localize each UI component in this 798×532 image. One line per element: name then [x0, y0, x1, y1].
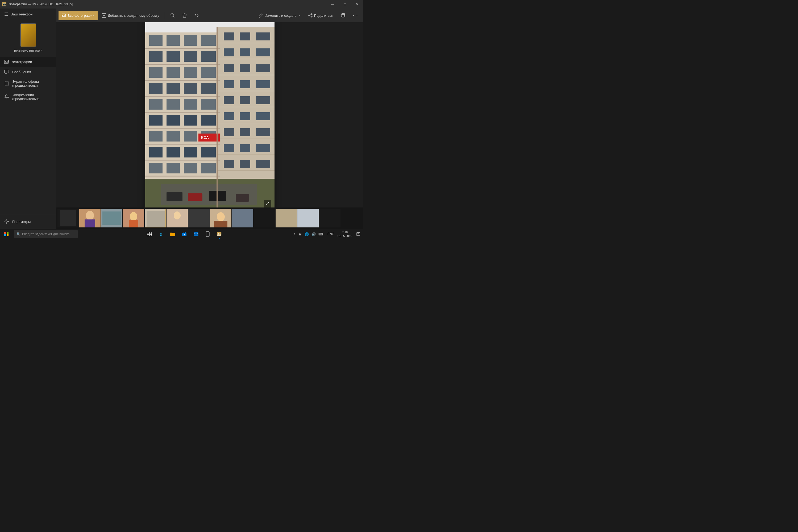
print-button[interactable] — [338, 11, 349, 20]
tray-input-icon[interactable]: ⌨ — [318, 232, 324, 237]
svg-rect-60 — [149, 67, 163, 78]
clock[interactable]: 7:18 01.05.2019 — [336, 230, 354, 238]
taskbar-edge[interactable]: e — [155, 229, 167, 240]
filmstrip-thumb-7[interactable] — [188, 209, 210, 227]
svg-rect-5 — [6, 85, 7, 86]
title-bar-left: 📷 Фотографии — IMG_20190501_1621093.jpg — [2, 2, 73, 6]
taskbar-explorer[interactable] — [167, 229, 178, 240]
filmstrip-thumb-10[interactable] — [254, 209, 275, 227]
filmstrip-thumb-11[interactable] — [276, 209, 297, 227]
svg-rect-86 — [184, 163, 197, 173]
sidebar-item-settings[interactable]: Параметры — [0, 216, 56, 227]
svg-rect-54 — [184, 35, 197, 46]
sidebar-item-photos[interactable]: Фотографии — [0, 57, 56, 67]
svg-rect-102 — [255, 96, 270, 104]
close-button[interactable]: ✕ — [351, 0, 363, 8]
filmstrip-thumb-6[interactable] — [167, 209, 188, 227]
add-to-object-label: Добавить к созданному объекту — [108, 14, 159, 18]
search-bar[interactable]: 🔍 Введите здесь текст для поиска — [14, 230, 78, 238]
svg-rect-2 — [4, 70, 9, 73]
svg-rect-52 — [149, 35, 163, 46]
svg-rect-68 — [149, 99, 163, 110]
tray-arrow-icon[interactable]: ∧ — [292, 232, 297, 237]
hamburger-icon[interactable]: ☰ — [4, 12, 8, 17]
clock-time: 7:18 — [342, 230, 348, 234]
svg-rect-107 — [240, 128, 250, 136]
svg-rect-81 — [167, 147, 180, 157]
delete-button[interactable] — [179, 11, 190, 20]
svg-rect-53 — [167, 35, 180, 46]
svg-rect-66 — [184, 83, 197, 94]
filmstrip-thumb-4[interactable] — [123, 209, 144, 227]
svg-rect-108 — [255, 128, 270, 136]
svg-line-24 — [310, 16, 311, 17]
taskbar-mail[interactable] — [190, 229, 202, 240]
svg-text:ЕСА: ЕСА — [201, 135, 209, 140]
svg-rect-55 — [201, 35, 216, 46]
filmstrip-thumb-13[interactable] — [319, 209, 341, 227]
svg-rect-109 — [224, 144, 234, 152]
sidebar-item-photos-label: Фотографии — [12, 60, 32, 64]
sidebar-nav: Фотографии Сообщения — [0, 57, 56, 214]
expand-button[interactable] — [264, 200, 271, 208]
title-bar-text: Фотографии — IMG_20190501_1621093.jpg — [8, 2, 73, 6]
svg-line-13 — [173, 16, 174, 17]
sidebar-item-screen[interactable]: Экран телефона (предварительн — [0, 77, 56, 90]
svg-rect-57 — [167, 51, 180, 62]
edit-create-button[interactable]: Изменить и создать — [255, 11, 304, 20]
svg-rect-135 — [147, 211, 165, 227]
taskbar-task-view[interactable] — [144, 229, 155, 240]
toolbar-separator-1 — [165, 12, 165, 19]
filmstrip-thumb-8[interactable] — [210, 209, 231, 227]
sidebar-item-notifications[interactable]: Уведомления (предварительна — [0, 90, 56, 103]
filmstrip-thumb-12[interactable] — [298, 209, 319, 227]
taskbar-store[interactable] — [178, 229, 190, 240]
filmstrip-thumb-1[interactable] — [57, 209, 79, 227]
more-button[interactable]: ··· — [350, 11, 361, 20]
filmstrip-thumb-3[interactable] — [101, 209, 122, 227]
filmstrip-thumb-9[interactable] — [232, 209, 253, 227]
svg-rect-65 — [167, 83, 180, 94]
filmstrip-thumb-2[interactable] — [79, 209, 100, 227]
svg-rect-138 — [188, 209, 210, 227]
sidebar-item-messages[interactable]: Сообщения — [0, 67, 56, 77]
tray-network-icon[interactable]: 🌐 — [304, 232, 310, 237]
filmstrip — [56, 208, 363, 229]
svg-rect-143 — [254, 209, 275, 227]
svg-point-132 — [130, 212, 137, 221]
maximize-button[interactable]: □ — [339, 0, 351, 8]
svg-rect-73 — [167, 115, 180, 126]
rotate-button[interactable] — [191, 11, 202, 20]
svg-rect-87 — [201, 163, 216, 173]
sidebar-device: BlackBerry BBF100-6 — [0, 20, 56, 57]
share-button[interactable]: Поделиться — [305, 11, 337, 20]
content-area: Все фотографии Добавить к созданному объ… — [56, 8, 363, 229]
language-indicator[interactable]: ENG — [326, 232, 336, 236]
svg-rect-90 — [255, 33, 270, 40]
title-bar: 📷 Фотографии — IMG_20190501_1621093.jpg … — [0, 0, 363, 8]
tray-monitor-icon[interactable]: 🖥 — [298, 232, 303, 237]
svg-rect-77 — [167, 131, 180, 141]
svg-rect-145 — [298, 209, 319, 227]
svg-rect-91 — [224, 49, 234, 56]
svg-rect-75 — [201, 115, 216, 126]
svg-rect-67 — [201, 83, 216, 94]
all-photos-button[interactable]: Все фотографии — [58, 11, 98, 20]
svg-rect-92 — [240, 49, 250, 56]
taskbar-phone-link[interactable] — [202, 229, 214, 240]
notification-center-button[interactable] — [354, 229, 362, 240]
sidebar: ☰ Ваш телефон BlackBerry BBF100-6 Фотогр… — [0, 8, 56, 229]
start-button[interactable] — [0, 229, 13, 240]
filmstrip-thumb-5-active[interactable] — [145, 209, 166, 227]
svg-rect-114 — [255, 160, 270, 168]
svg-point-22 — [311, 16, 312, 17]
taskbar-photos[interactable] — [214, 229, 225, 240]
add-to-object-button[interactable]: Добавить к созданному объекту — [99, 11, 162, 20]
svg-rect-71 — [201, 99, 216, 110]
tray-sound-icon[interactable]: 🔊 — [311, 232, 317, 237]
svg-rect-157 — [194, 232, 198, 236]
svg-rect-147 — [4, 232, 6, 234]
svg-rect-59 — [201, 51, 216, 62]
zoom-button[interactable] — [167, 11, 178, 20]
minimize-button[interactable]: — — [327, 0, 339, 8]
